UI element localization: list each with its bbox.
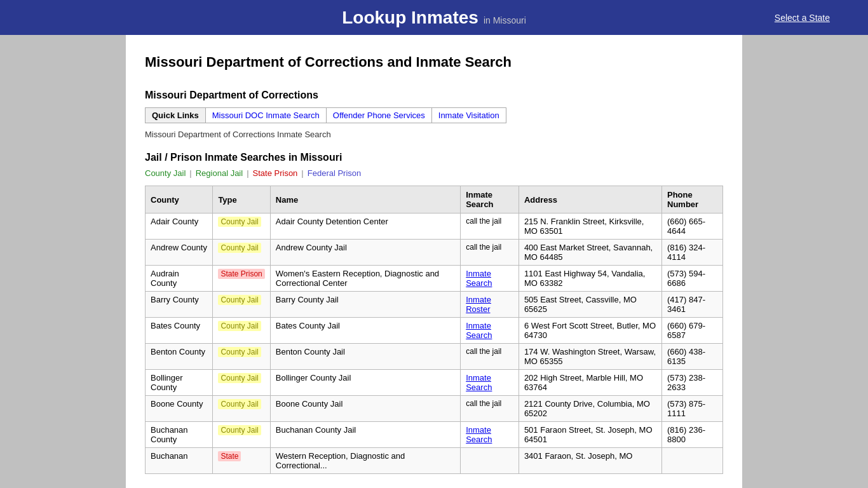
col-header-inmate-search: Inmate Search [461,186,519,214]
cell-inmate-search: Inmate Search [461,266,519,292]
jail-section-title: Jail / Prison Inmate Searches in Missour… [145,152,723,163]
cell-type-badge: County Jail [218,321,261,331]
col-header-address: Address [519,186,661,214]
cell-address: 215 N. Franklin Street, Kirksville, MO 6… [519,214,661,240]
cell-name: Boone County Jail [270,396,460,422]
cell-phone: (573) 238-2633 [662,370,723,396]
legend-county[interactable]: County Jail [145,168,186,178]
cell-address: 202 High Street, Marble Hill, MO 63764 [519,370,661,396]
table-row: Andrew CountyCounty JailAndrew County Ja… [146,240,723,266]
quick-link-offender-phone-services[interactable]: Offender Phone Services [327,108,432,123]
cell-county: Boone County [146,396,213,422]
legend-federal[interactable]: Federal Prison [308,168,362,178]
cell-type: State Prison [213,266,270,292]
table-row: BuchananStateWestern Reception, Diagnost… [146,448,723,474]
cell-address: 174 W. Washington Street, Warsaw, MO 653… [519,344,661,370]
inmate-search-link[interactable]: Inmate Search [466,425,492,444]
cell-phone: (816) 324-4114 [662,240,723,266]
quick-link-quick-links: Quick Links [146,108,206,123]
cell-county: Bates County [146,318,213,344]
cell-name: Bollinger County Jail [270,370,460,396]
cell-inmate-search: Inmate Search [461,422,519,448]
cell-address: 505 East Street, Cassville, MO 65625 [519,292,661,318]
cell-type-badge: County Jail [218,425,261,435]
legend-separator: | [247,168,248,178]
header-title-group: Lookup Inmates in Missouri [342,8,526,28]
inmate-search-link[interactable]: Inmate Search [466,373,492,392]
cell-phone: (573) 875-1111 [662,396,723,422]
inmate-search-link[interactable]: Inmate Roster [466,295,491,314]
cell-inmate-search: call the jail [461,214,519,240]
cell-name: Buchanan County Jail [270,422,460,448]
cell-county: Andrew County [146,240,213,266]
cell-county: Buchanan County [146,422,213,448]
cell-phone: (417) 847-3461 [662,292,723,318]
quick-links-bar: Quick LinksMissouri DOC Inmate SearchOff… [145,107,506,123]
table-row: Audrain CountyState PrisonWomen's Easter… [146,266,723,292]
cell-inmate-search: call the jail [461,240,519,266]
cell-type-badge: State Prison [218,269,264,279]
cell-type: County Jail [213,370,270,396]
header-main-title: Lookup Inmates [342,8,478,28]
cell-inmate-search: call the jail [461,344,519,370]
table-row: Barry CountyCounty JailBarry County Jail… [146,292,723,318]
table-row: Boone CountyCounty JailBoone County Jail… [146,396,723,422]
cell-name: Women's Eastern Reception, Diagnostic an… [270,266,460,292]
cell-name: Western Reception, Diagnostic and Correc… [270,448,460,474]
quick-link-inmate-visitation[interactable]: Inmate Visitation [432,108,506,123]
cell-type-badge: County Jail [218,243,261,253]
cell-county: Bollinger County [146,370,213,396]
cell-type: County Jail [213,318,270,344]
main-content: Missouri Department of Corrections and I… [126,35,742,488]
jail-section: Jail / Prison Inmate Searches in Missour… [145,152,723,474]
table-body: Adair CountyCounty JailAdair County Dete… [146,214,723,474]
cell-name: Bates County Jail [270,318,460,344]
col-header-type: Type [213,186,270,214]
table-row: Benton CountyCounty JailBenton County Ja… [146,344,723,370]
cell-type-badge: County Jail [218,399,261,409]
cell-phone: (660) 679-6587 [662,318,723,344]
cell-type: County Jail [213,344,270,370]
cell-type-badge: County Jail [218,347,261,357]
inmate-table: CountyTypeNameInmate SearchAddressPhone … [145,186,723,474]
cell-address: 1101 East Highway 54, Vandalia, MO 63382 [519,266,661,292]
doc-section-title: Missouri Department of Corrections [145,90,723,101]
table-row: Buchanan CountyCounty JailBuchanan Count… [146,422,723,448]
cell-name: Andrew County Jail [270,240,460,266]
cell-phone: (660) 438-6135 [662,344,723,370]
cell-county: Buchanan [146,448,213,474]
cell-inmate-search: Inmate Search [461,370,519,396]
table-header: CountyTypeNameInmate SearchAddressPhone … [146,186,723,214]
cell-phone: (573) 594-6686 [662,266,723,292]
cell-type: County Jail [213,292,270,318]
cell-type: County Jail [213,240,270,266]
col-header-phone-number: Phone Number [662,186,723,214]
table-row: Bates CountyCounty JailBates County Jail… [146,318,723,344]
cell-inmate-search [461,448,519,474]
inmate-search-link[interactable]: Inmate Search [466,321,492,340]
site-header: Lookup Inmates in Missouri Select a Stat… [0,0,868,35]
cell-name: Benton County Jail [270,344,460,370]
cell-phone [662,448,723,474]
cell-type: State [213,448,270,474]
col-header-name: Name [270,186,460,214]
quick-link-missouri-doc-inmate-search[interactable]: Missouri DOC Inmate Search [206,108,327,123]
page-title: Missouri Department of Corrections and I… [145,48,723,71]
cell-inmate-search: Inmate Roster [461,292,519,318]
cell-county: Audrain County [146,266,213,292]
cell-type: County Jail [213,214,270,240]
legend-separator: | [189,168,191,178]
header-state-label: in Missouri [484,15,526,25]
doc-description: Missouri Department of Corrections Inmat… [145,130,723,139]
legend-state[interactable]: State Prison [253,168,298,178]
legend-separator: | [301,168,303,178]
col-header-county: County [146,186,213,214]
cell-type-badge: County Jail [218,295,261,305]
table-row: Bollinger CountyCounty JailBollinger Cou… [146,370,723,396]
jail-legend: County Jail | Regional Jail | State Pris… [145,168,723,178]
cell-name: Barry County Jail [270,292,460,318]
legend-regional[interactable]: Regional Jail [196,168,243,178]
cell-address: 2121 County Drive, Columbia, MO 65202 [519,396,661,422]
select-state-link[interactable]: Select a State [775,13,830,23]
inmate-search-link[interactable]: Inmate Search [466,269,492,288]
